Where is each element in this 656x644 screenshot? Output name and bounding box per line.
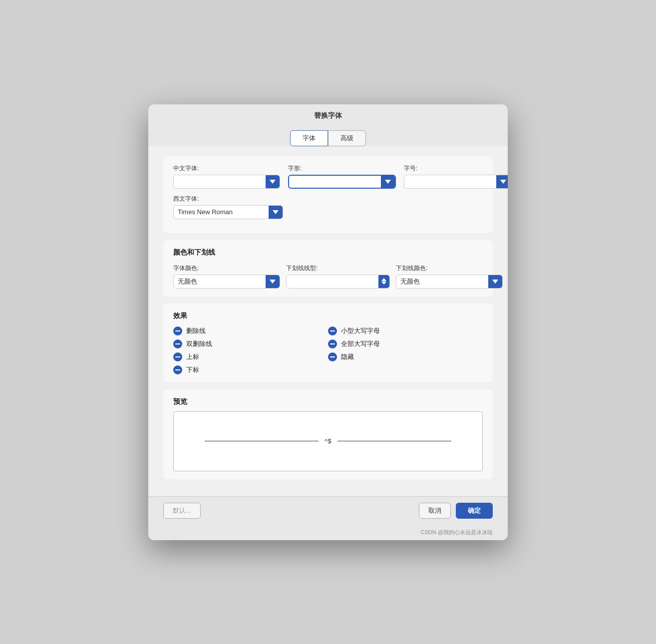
font-top-section: 中文字体: 字形: xyxy=(163,156,493,233)
style-input[interactable] xyxy=(289,176,381,188)
underline-color-input[interactable] xyxy=(396,275,488,288)
font-color-select[interactable] xyxy=(173,275,280,289)
western-font-input[interactable] xyxy=(174,206,269,219)
preview-box: ^$ xyxy=(173,411,483,471)
footer: 默认... 取消 确定 xyxy=(148,496,508,527)
size-group: 字号: xyxy=(404,164,508,189)
western-font-dropdown-btn[interactable] xyxy=(269,206,283,219)
effect-strikethrough-label: 删除线 xyxy=(186,326,206,335)
footer-right: 取消 确定 xyxy=(419,503,493,519)
minus-icon-strikethrough xyxy=(173,326,182,335)
preview-line: ^$ xyxy=(205,437,451,445)
underline-type-group: 下划线线型: xyxy=(286,264,390,289)
effect-superscript-label: 上标 xyxy=(186,352,199,361)
chinese-font-dropdown-btn[interactable] xyxy=(266,175,280,188)
style-group: 字形: xyxy=(288,164,396,189)
ok-button[interactable]: 确定 xyxy=(456,503,493,519)
underline-type-select[interactable] xyxy=(286,275,390,289)
effect-small-caps[interactable]: 小型大写字母 xyxy=(328,326,483,335)
minus-icon-superscript xyxy=(173,352,182,361)
effect-all-caps-label: 全部大写字母 xyxy=(341,339,380,348)
size-input[interactable] xyxy=(404,175,496,188)
underline-color-label: 下划线颜色: xyxy=(396,264,503,273)
effect-subscript[interactable]: 下标 xyxy=(173,365,328,374)
underline-type-updown-btn[interactable] xyxy=(378,275,389,288)
underline-color-group: 下划线颜色: xyxy=(396,264,503,289)
western-font-label: 西文字体: xyxy=(173,195,283,203)
preview-section: 预览 ^$ xyxy=(163,389,493,479)
minus-icon-hidden xyxy=(328,352,337,361)
underline-type-label: 下划线线型: xyxy=(286,264,390,273)
font-color-group: 字体颜色: xyxy=(173,264,280,289)
preview-underline-right xyxy=(337,441,452,441)
style-label: 字形: xyxy=(288,164,396,173)
effect-superscript[interactable]: 上标 xyxy=(173,352,328,361)
underline-color-select[interactable] xyxy=(396,275,503,289)
effect-double-strikethrough[interactable]: 双删除线 xyxy=(173,339,328,348)
tab-advanced[interactable]: 高级 xyxy=(328,130,366,146)
font-row-1: 中文字体: 字形: xyxy=(173,164,483,189)
minus-icon-small-caps xyxy=(328,326,337,335)
font-color-input[interactable] xyxy=(174,275,266,288)
cancel-button[interactable]: 取消 xyxy=(419,503,451,519)
effects-title: 效果 xyxy=(173,312,483,321)
underline-color-dropdown-btn[interactable] xyxy=(488,275,502,288)
minus-icon-all-caps xyxy=(328,339,337,348)
western-font-group: 西文字体: xyxy=(173,195,283,219)
chinese-font-group: 中文字体: xyxy=(173,164,280,189)
font-color-label: 字体颜色: xyxy=(173,264,280,273)
style-dropdown-btn[interactable] xyxy=(381,176,395,188)
dialog-body: 中文字体: 字形: xyxy=(148,146,508,496)
chinese-font-input[interactable] xyxy=(174,175,266,188)
replace-font-dialog: 替换字体 字体 高级 中文字体: 字形: xyxy=(148,104,508,540)
tab-font[interactable]: 字体 xyxy=(290,130,328,146)
minus-icon-subscript xyxy=(173,365,182,374)
color-row: 字体颜色: 下划线线型: xyxy=(173,264,483,289)
dialog-title: 替换字体 xyxy=(148,104,508,125)
font-color-dropdown-btn[interactable] xyxy=(266,275,280,288)
underline-type-input[interactable] xyxy=(287,275,378,288)
effect-strikethrough[interactable]: 删除线 xyxy=(173,326,328,335)
effect-hidden[interactable]: 隐藏 xyxy=(328,352,483,361)
chinese-font-select[interactable] xyxy=(173,175,280,189)
font-row-2: 西文字体: xyxy=(173,195,483,219)
size-select[interactable] xyxy=(404,175,508,189)
default-button[interactable]: 默认... xyxy=(163,503,201,519)
western-font-select[interactable] xyxy=(173,205,283,219)
effect-small-caps-label: 小型大写字母 xyxy=(341,326,380,335)
csdn-watermark: CSDN @我的心永远是冰冰哒 xyxy=(148,527,508,540)
tab-bar: 字体 高级 xyxy=(148,125,508,146)
effect-hidden-label: 隐藏 xyxy=(341,352,354,361)
colors-section: 颜色和下划线 字体颜色: 下划线线型: xyxy=(163,240,493,297)
effect-all-caps[interactable]: 全部大写字母 xyxy=(328,339,483,348)
style-select[interactable] xyxy=(288,175,396,189)
preview-text: ^$ xyxy=(319,437,337,445)
colors-section-title: 颜色和下划线 xyxy=(173,248,483,257)
effects-grid: 删除线 小型大写字母 双删除线 全部大写字母 上标 xyxy=(173,326,483,374)
chinese-font-label: 中文字体: xyxy=(173,164,280,173)
effect-double-strikethrough-label: 双删除线 xyxy=(186,339,212,348)
preview-underline-left xyxy=(205,441,319,441)
effects-section: 效果 删除线 小型大写字母 双删除线 全部大写字母 xyxy=(163,304,493,382)
size-label: 字号: xyxy=(404,164,508,173)
size-dropdown-btn[interactable] xyxy=(496,175,508,188)
minus-icon-double-strikethrough xyxy=(173,339,182,348)
preview-label: 预览 xyxy=(173,397,483,406)
effect-subscript-label: 下标 xyxy=(186,365,199,374)
